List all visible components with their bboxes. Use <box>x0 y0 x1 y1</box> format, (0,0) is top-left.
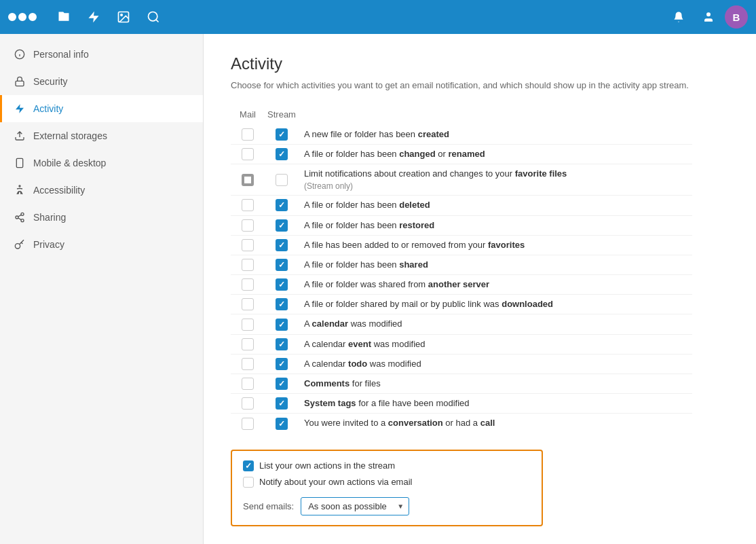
stream-checkbox-cell-11[interactable] <box>265 338 299 350</box>
photos-nav-icon[interactable] <box>110 3 137 31</box>
mail-checkbox-cell-10[interactable] <box>231 319 265 331</box>
notifications-icon[interactable] <box>665 3 692 31</box>
mail-checkbox-4[interactable] <box>242 199 254 211</box>
stream-checkbox-cell-13[interactable] <box>265 378 299 390</box>
stream-checkbox-9[interactable] <box>276 298 288 310</box>
mail-checkbox-cell-2[interactable] <box>231 148 265 160</box>
mail-checkbox-13[interactable] <box>242 378 254 390</box>
mail-checkbox-2[interactable] <box>242 148 254 160</box>
sidebar-item-sharing[interactable]: Sharing <box>0 204 203 231</box>
stream-checkbox-14[interactable] <box>276 397 288 410</box>
info-icon <box>13 48 26 61</box>
logo[interactable] <box>8 13 37 21</box>
svg-rect-7 <box>16 158 22 167</box>
stream-checkbox-13[interactable] <box>276 378 288 390</box>
stream-checkbox-7[interactable] <box>276 259 288 271</box>
stream-checkbox-cell-4[interactable] <box>265 199 299 211</box>
table-row: A new file or folder has been created <box>231 125 692 145</box>
mail-checkbox-cell-6[interactable] <box>231 239 265 251</box>
page-title: Activity <box>231 54 729 73</box>
user-avatar[interactable]: B <box>725 5 748 29</box>
mail-checkbox-cell-11[interactable] <box>231 338 265 350</box>
stream-checkbox-3[interactable] <box>276 174 288 186</box>
mail-checkbox-cell-7[interactable] <box>231 259 265 271</box>
mail-checkbox-7[interactable] <box>242 259 254 271</box>
stream-checkbox-cell-15[interactable] <box>265 418 299 430</box>
stream-checkbox-15[interactable] <box>276 418 288 430</box>
stream-checkbox-10[interactable] <box>276 319 288 331</box>
mail-checkbox-5[interactable] <box>242 219 254 232</box>
mail-checkbox-cell-15[interactable] <box>231 418 265 430</box>
svg-point-2 <box>149 12 157 21</box>
mail-checkbox-cell-4[interactable] <box>231 199 265 211</box>
mail-checkbox-1[interactable] <box>242 128 254 141</box>
mail-checkbox-11[interactable] <box>242 338 254 350</box>
sidebar-item-personal-info[interactable]: Personal info <box>0 41 203 68</box>
mail-checkbox-cell-12[interactable] <box>231 358 265 370</box>
sidebar-item-privacy[interactable]: Privacy <box>0 231 203 258</box>
stream-checkbox-cell-3[interactable] <box>265 174 299 186</box>
sidebar-label-security: Security <box>33 76 68 87</box>
sidebar-item-external-storages[interactable]: External storages <box>0 122 203 149</box>
stream-checkbox-6[interactable] <box>276 239 288 251</box>
row-label-2: A file or folder has been changed or ren… <box>299 148 692 160</box>
stream-checkbox-8[interactable] <box>276 278 288 291</box>
send-emails-select[interactable]: As soon as possible Hourly Daily Weekly <box>301 497 409 515</box>
notify-own-actions-checkbox[interactable] <box>243 477 254 488</box>
notify-own-actions-label: Notify about your own actions via email <box>259 477 412 487</box>
mail-checkbox-8[interactable] <box>242 278 254 291</box>
mail-checkbox-9[interactable] <box>242 298 254 310</box>
mail-checkbox-6[interactable] <box>242 239 254 251</box>
send-emails-row: Send emails: As soon as possible Hourly … <box>243 497 531 515</box>
sidebar-item-accessibility[interactable]: Accessibility <box>0 177 203 204</box>
mail-checkbox-cell-1[interactable] <box>231 128 265 141</box>
stream-checkbox-4[interactable] <box>276 199 288 211</box>
mail-checkbox-15[interactable] <box>242 418 254 430</box>
table-row: A file or folder was shared from another… <box>231 275 692 295</box>
mail-checkbox-cell-8[interactable] <box>231 278 265 291</box>
activity-nav-icon[interactable] <box>80 3 107 31</box>
files-nav-icon[interactable] <box>50 3 77 31</box>
list-own-actions-row: List your own actions in the stream <box>243 460 531 471</box>
mail-checkbox-cell-9[interactable] <box>231 298 265 310</box>
stream-checkbox-cell-1[interactable] <box>265 128 299 141</box>
external-storage-icon <box>13 129 26 143</box>
row-label-7: A file or folder has been shared <box>299 259 692 271</box>
contacts-icon[interactable] <box>695 3 722 31</box>
table-row: A file or folder has been changed or ren… <box>231 145 692 164</box>
stream-checkbox-cell-6[interactable] <box>265 239 299 251</box>
stream-checkbox-cell-7[interactable] <box>265 259 299 271</box>
mail-checkbox-cell-5[interactable] <box>231 219 265 232</box>
row-label-9: A file or folder shared by mail or by pu… <box>299 298 692 310</box>
mail-checkbox-cell-14[interactable] <box>231 397 265 410</box>
stream-checkbox-1[interactable] <box>276 128 288 141</box>
stream-checkbox-cell-9[interactable] <box>265 298 299 310</box>
svg-point-9 <box>19 185 20 187</box>
mail-checkbox-cell-3[interactable] <box>231 174 265 186</box>
mail-checkbox-14[interactable] <box>242 397 254 410</box>
svg-point-11 <box>16 216 18 219</box>
sidebar-item-mobile-desktop[interactable]: Mobile & desktop <box>0 149 203 177</box>
stream-checkbox-cell-10[interactable] <box>265 319 299 331</box>
stream-checkbox-cell-8[interactable] <box>265 278 299 291</box>
stream-checkbox-cell-2[interactable] <box>265 148 299 160</box>
sidebar-item-activity[interactable]: Activity <box>0 95 203 122</box>
stream-checkbox-11[interactable] <box>276 338 288 350</box>
stream-checkbox-5[interactable] <box>276 219 288 232</box>
mail-header: Mail <box>231 109 265 120</box>
mail-checkbox-12[interactable] <box>242 358 254 370</box>
stream-checkbox-cell-12[interactable] <box>265 358 299 370</box>
row-label-6: A file has been added to or removed from… <box>299 239 692 251</box>
row-label-12: A calendar todo was modified <box>299 358 692 370</box>
search-nav-icon[interactable] <box>140 3 167 31</box>
mail-checkbox-cell-13[interactable] <box>231 378 265 390</box>
stream-checkbox-12[interactable] <box>276 358 288 370</box>
stream-checkbox-cell-14[interactable] <box>265 397 299 410</box>
sidebar-item-security[interactable]: Security <box>0 68 203 95</box>
mail-checkbox-10[interactable] <box>242 319 254 331</box>
stream-checkbox-cell-5[interactable] <box>265 219 299 232</box>
mail-checkbox-3[interactable] <box>242 174 254 186</box>
stream-checkbox-2[interactable] <box>276 148 288 160</box>
send-emails-select-wrapper[interactable]: As soon as possible Hourly Daily Weekly <box>301 497 409 515</box>
list-own-actions-checkbox[interactable] <box>243 460 254 471</box>
